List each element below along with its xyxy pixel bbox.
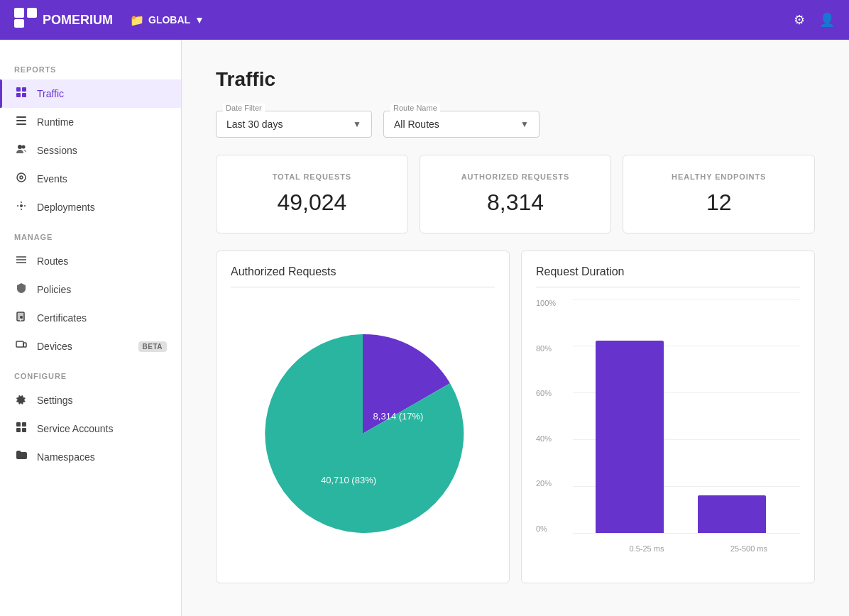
request-duration-title: Request Duration bbox=[536, 265, 800, 287]
logo-text: POMERIUM bbox=[43, 13, 113, 28]
sidebar-item-devices[interactable]: DevicesBETA bbox=[0, 332, 181, 361]
chart-plot-area bbox=[573, 299, 800, 533]
svg-rect-22 bbox=[22, 428, 26, 432]
svg-rect-20 bbox=[22, 422, 26, 427]
svg-rect-21 bbox=[16, 428, 21, 432]
runtime-icon bbox=[14, 115, 28, 129]
stat-label-0: TOTAL REQUESTS bbox=[234, 172, 390, 181]
x-label-2-text: 25-500 ms bbox=[730, 544, 767, 553]
page-title: Traffic bbox=[216, 68, 815, 91]
sidebar-item-events[interactable]: Events bbox=[0, 165, 181, 193]
x-label-2: 25-500 ms bbox=[698, 541, 800, 554]
svg-point-11 bbox=[22, 145, 26, 149]
layout: REPORTSTrafficRuntimeSessionsEventsDeplo… bbox=[0, 40, 849, 616]
svg-rect-9 bbox=[16, 123, 26, 125]
folder-icon: 📁 bbox=[130, 13, 144, 27]
route-filter-value: All Routes bbox=[394, 119, 439, 130]
sessions-icon bbox=[14, 143, 28, 158]
date-filter-select[interactable]: Last 30 days ▼ bbox=[216, 111, 372, 138]
stat-label-1: AUTHORIZED REQUESTS bbox=[437, 172, 594, 181]
traffic-icon bbox=[14, 87, 28, 101]
sidebar-item-settings-label: Settings bbox=[37, 395, 73, 406]
y-label-40: 40% bbox=[536, 434, 556, 443]
sidebar-item-policies-label: Policies bbox=[37, 284, 71, 295]
stats-row: TOTAL REQUESTS49,024AUTHORIZED REQUESTS8… bbox=[216, 155, 815, 233]
header-left: POMERIUM 📁 GLOBAL ▼ bbox=[14, 8, 204, 32]
events-icon bbox=[14, 172, 28, 186]
sidebar-item-deployments[interactable]: Deployments bbox=[0, 193, 181, 221]
routes-icon bbox=[14, 254, 28, 268]
route-filter-chevron: ▼ bbox=[520, 119, 529, 129]
svg-rect-6 bbox=[22, 93, 26, 97]
sidebar-section-manage: MANAGE bbox=[0, 221, 181, 247]
chevron-down-icon: ▼ bbox=[195, 14, 204, 26]
stat-value-0: 49,024 bbox=[234, 189, 390, 216]
stat-card-2: HEALTHY ENDPOINTS12 bbox=[623, 155, 815, 233]
y-axis: 100% 80% 60% 40% 20% 0% bbox=[536, 299, 556, 533]
header: POMERIUM 📁 GLOBAL ▼ ⚙ 👤 bbox=[0, 0, 849, 40]
sidebar-item-devices-label: Devices bbox=[37, 341, 72, 352]
bar-1 bbox=[596, 341, 664, 533]
pie-label-teal: 40,710 (83%) bbox=[321, 475, 376, 485]
sidebar-item-settings[interactable]: Settings bbox=[0, 386, 181, 414]
sidebar-item-service-accounts[interactable]: Service Accounts bbox=[0, 414, 181, 443]
global-selector[interactable]: 📁 GLOBAL ▼ bbox=[130, 13, 204, 27]
pie-chart-container: 8,314 (17%) 40,710 (83%) bbox=[231, 299, 495, 568]
sidebar-item-runtime[interactable]: Runtime bbox=[0, 108, 181, 136]
logo: POMERIUM bbox=[14, 8, 113, 32]
sidebar-item-service-accounts-label: Service Accounts bbox=[37, 423, 113, 434]
charts-row: Authorized Requests bbox=[216, 251, 815, 583]
route-filter-select[interactable]: All Routes ▼ bbox=[383, 111, 539, 138]
svg-rect-2 bbox=[14, 19, 24, 28]
user-icon[interactable]: 👤 bbox=[819, 12, 835, 28]
filters-row: Date Filter Last 30 days ▼ Route Name Al… bbox=[216, 111, 815, 138]
y-label-0: 0% bbox=[536, 524, 556, 533]
date-filter-value: Last 30 days bbox=[226, 119, 283, 130]
svg-rect-4 bbox=[22, 87, 26, 92]
svg-rect-19 bbox=[16, 422, 21, 427]
sidebar-item-sessions-label: Sessions bbox=[37, 145, 77, 156]
x-axis: 0.5-25 ms 25-500 ms bbox=[573, 541, 800, 554]
date-filter-label: Date Filter bbox=[223, 104, 265, 112]
stat-card-1: AUTHORIZED REQUESTS8,314 bbox=[420, 155, 612, 233]
stat-card-0: TOTAL REQUESTS49,024 bbox=[216, 155, 408, 233]
global-label: GLOBAL bbox=[148, 14, 190, 26]
namespaces-icon bbox=[14, 450, 28, 464]
route-filter-group: Route Name All Routes ▼ bbox=[383, 111, 539, 138]
svg-point-12 bbox=[17, 173, 26, 182]
svg-rect-5 bbox=[16, 93, 21, 97]
x-label-1-text: 0.5-25 ms bbox=[630, 544, 664, 553]
sidebar-item-certificates[interactable]: Certificates bbox=[0, 304, 181, 332]
svg-point-14 bbox=[20, 204, 23, 207]
bar-chart-area: 100% 80% 60% 40% 20% 0% bbox=[536, 299, 800, 554]
svg-point-13 bbox=[20, 176, 23, 179]
settings-icon[interactable]: ⚙ bbox=[794, 12, 805, 28]
svg-rect-3 bbox=[16, 87, 21, 92]
deployments-icon bbox=[14, 200, 28, 214]
x-label-1: 0.5-25 ms bbox=[596, 541, 698, 554]
date-filter-group: Date Filter Last 30 days ▼ bbox=[216, 111, 372, 138]
sidebar-item-policies[interactable]: Policies bbox=[0, 275, 181, 304]
svg-rect-0 bbox=[14, 8, 24, 18]
sidebar-item-traffic[interactable]: Traffic bbox=[0, 79, 181, 108]
stat-label-2: HEALTHY ENDPOINTS bbox=[640, 172, 797, 181]
pie-label-purple: 8,314 (17%) bbox=[373, 411, 424, 422]
bar-2 bbox=[698, 495, 766, 533]
route-filter-label: Route Name bbox=[390, 104, 440, 112]
settings-icon bbox=[14, 393, 28, 407]
sidebar-item-sessions[interactable]: Sessions bbox=[0, 136, 181, 165]
sidebar-section-reports: REPORTS bbox=[0, 54, 181, 79]
certificates-icon bbox=[14, 311, 28, 325]
authorized-requests-title: Authorized Requests bbox=[231, 265, 495, 287]
y-label-20: 20% bbox=[536, 479, 556, 488]
policies-icon bbox=[14, 282, 28, 297]
grid-line-0 bbox=[573, 533, 800, 534]
request-duration-chart: Request Duration 100% 80% 60% 40% 20% 0% bbox=[521, 251, 815, 583]
sidebar-item-traffic-label: Traffic bbox=[37, 88, 64, 99]
sidebar-item-certificates-label: Certificates bbox=[37, 312, 87, 324]
stat-value-1: 8,314 bbox=[437, 189, 594, 216]
svg-rect-7 bbox=[16, 116, 26, 118]
sidebar-item-routes[interactable]: Routes bbox=[0, 247, 181, 275]
sidebar: REPORTSTrafficRuntimeSessionsEventsDeplo… bbox=[0, 40, 182, 616]
sidebar-item-namespaces[interactable]: Namespaces bbox=[0, 443, 181, 471]
